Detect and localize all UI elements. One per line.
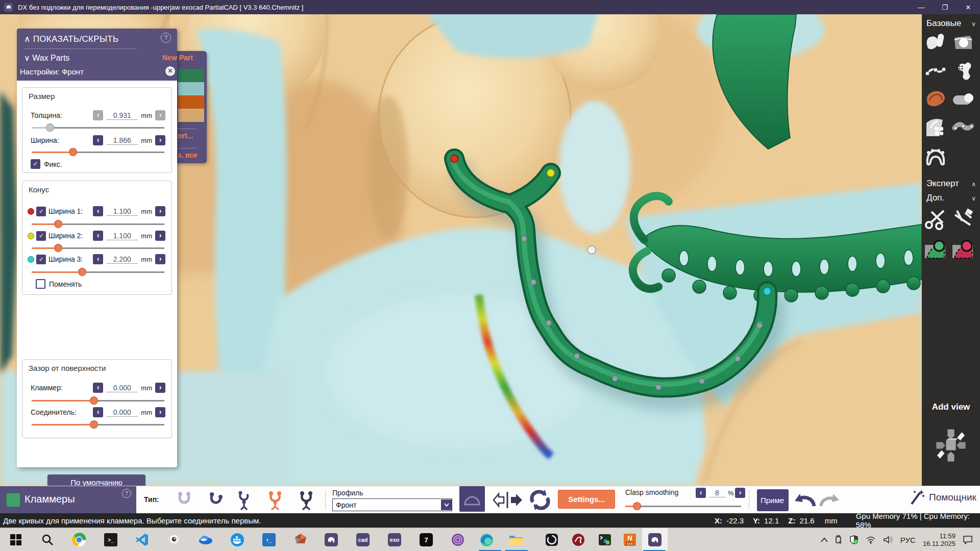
active-wax-color-swatch[interactable] xyxy=(6,493,20,507)
notification-center-icon[interactable] xyxy=(963,535,973,544)
cone3-increase-button[interactable]: › xyxy=(155,254,165,264)
smoothing-slider[interactable] xyxy=(625,502,741,510)
profile-dropdown[interactable]: Фронт xyxy=(332,498,452,511)
kali-dragon-icon[interactable] xyxy=(571,532,586,547)
waxup-tool-icon[interactable] xyxy=(924,87,947,110)
cone1-input[interactable]: 1.100 xyxy=(106,207,138,216)
obs-icon[interactable] xyxy=(544,532,559,547)
minimize-button[interactable]: — xyxy=(910,0,933,14)
partial-framework-tool-icon[interactable] xyxy=(951,59,975,83)
clock[interactable]: 11:59 16.11.2025 xyxy=(923,532,955,547)
exocad-tooth-icon[interactable] xyxy=(324,532,339,547)
volume-icon[interactable] xyxy=(883,536,893,544)
cut-tool-icon[interactable] xyxy=(924,207,947,231)
thickness-increase-button[interactable]: › xyxy=(155,110,165,120)
cone3-input[interactable]: 2.200 xyxy=(106,255,138,264)
free-control-point[interactable] xyxy=(587,246,596,254)
wax-parts-header[interactable]: ∨ Wax Parts xyxy=(24,53,69,63)
close-button[interactable]: ✕ xyxy=(957,0,980,14)
clasp-type-5-button[interactable] xyxy=(296,490,316,510)
smoothing-decrease-button[interactable]: ‹ xyxy=(696,488,706,498)
rhino7-icon[interactable]: 7 xyxy=(419,532,434,547)
gap-connector-decrease-button[interactable]: ‹ xyxy=(93,407,103,417)
blockout-tool-icon[interactable] xyxy=(951,31,975,54)
import-button[interactable]: ort... xyxy=(178,132,193,140)
refresh-icon[interactable] xyxy=(528,489,552,513)
clasp-red-tool-icon[interactable] xyxy=(951,239,975,262)
saucer-app-icon[interactable] xyxy=(198,532,213,547)
chrome-icon[interactable] xyxy=(71,532,87,547)
wax-color-swatch[interactable] xyxy=(178,109,204,122)
connector-curve-tool-icon[interactable] xyxy=(951,115,975,139)
chevron-up-icon[interactable]: ∧ xyxy=(971,181,976,188)
measure-tool-icon[interactable] xyxy=(951,207,975,231)
fixed-checkbox[interactable]: ✓ Фикс. xyxy=(31,159,62,169)
thickness-decrease-button[interactable]: ‹ xyxy=(93,110,103,120)
start-button[interactable] xyxy=(8,532,23,547)
chevron-down-icon[interactable]: ∨ xyxy=(971,195,976,202)
help-icon[interactable]: ? xyxy=(122,489,131,498)
help-icon[interactable]: ? xyxy=(161,33,171,43)
thickness-input[interactable]: 0.931 xyxy=(106,111,138,120)
exoplan-icon[interactable]: exo xyxy=(387,532,402,547)
width-slider[interactable] xyxy=(32,148,164,156)
extra-section-header[interactable]: Доп. xyxy=(926,193,944,203)
gap-clasp-slider[interactable] xyxy=(32,396,164,405)
powershell-icon[interactable]: ›_ xyxy=(261,532,277,547)
assistant-button[interactable]: Помощник xyxy=(910,489,976,506)
gimp-icon[interactable] xyxy=(166,532,182,547)
show-all-button[interactable]: з. все xyxy=(178,151,198,159)
clasp-type-1-button[interactable] xyxy=(174,490,194,510)
wax-color-swatch[interactable] xyxy=(178,95,204,109)
smoothing-input[interactable]: 8 xyxy=(708,489,726,497)
arch-tool-icon[interactable] xyxy=(924,146,947,169)
file-explorer-icon[interactable] xyxy=(508,532,524,547)
language-indicator[interactable]: РУС xyxy=(900,536,916,544)
cone3-checkbox[interactable]: ✓ xyxy=(36,255,46,264)
clasp-endpoint-cyan[interactable] xyxy=(764,288,771,295)
scan-tool-icon[interactable] xyxy=(924,31,947,54)
security-shield-icon[interactable] xyxy=(849,535,859,544)
usb-device-icon[interactable] xyxy=(835,535,842,544)
attachment-tool-icon[interactable] xyxy=(951,87,975,110)
chevron-down-icon[interactable]: ∨ xyxy=(971,20,976,28)
clasp-endpoint-yellow[interactable] xyxy=(547,169,555,177)
wax-color-swatch[interactable] xyxy=(178,82,204,95)
width-decrease-button[interactable]: ‹ xyxy=(93,135,103,145)
clasp-type-3-button[interactable] xyxy=(234,490,254,510)
swap-checkbox[interactable]: Поменять xyxy=(36,279,82,289)
new-part-button[interactable]: New Part xyxy=(162,54,193,62)
search-icon[interactable] xyxy=(40,532,55,547)
gap-connector-input[interactable]: 0.000 xyxy=(106,408,138,417)
curve-tool-icon[interactable] xyxy=(924,59,947,83)
clasp-type-4-button-selected[interactable] xyxy=(265,490,285,510)
apply-button[interactable]: Приме xyxy=(757,489,789,511)
cone3-decrease-button[interactable]: ‹ xyxy=(93,254,103,264)
cone1-increase-button[interactable]: › xyxy=(155,206,165,216)
cone1-decrease-button[interactable]: ‹ xyxy=(93,206,103,216)
view-navigation-cube[interactable] xyxy=(934,417,968,473)
tor-browser-icon[interactable] xyxy=(450,532,465,547)
expert-section-header[interactable]: Эксперт xyxy=(926,179,959,189)
show-hide-header[interactable]: ∧ ПОКАЗАТЬ/СКРЫТЬ xyxy=(24,34,118,44)
cone2-checkbox[interactable]: ✓ xyxy=(36,231,46,241)
gap-clasp-decrease-button[interactable]: ‹ xyxy=(93,383,103,393)
close-settings-icon[interactable]: ✕ xyxy=(165,66,175,76)
width-input[interactable]: 1.866 xyxy=(106,136,138,145)
cone2-slider[interactable] xyxy=(32,244,164,252)
edge-icon[interactable] xyxy=(479,532,494,547)
gap-clasp-increase-button[interactable]: › xyxy=(155,383,165,393)
gap-connector-increase-button[interactable]: › xyxy=(155,407,165,417)
clasp-type-2-button[interactable] xyxy=(205,490,226,510)
add-view-button[interactable]: Add view xyxy=(922,402,980,412)
settings-button[interactable]: Settings... xyxy=(558,490,615,509)
width-increase-button[interactable]: › xyxy=(155,135,165,145)
clasp-green-tool-icon[interactable] xyxy=(924,239,947,262)
meshlab-icon[interactable] xyxy=(293,532,308,547)
gap-connector-slider[interactable] xyxy=(32,420,164,429)
clasp-endpoint-red[interactable] xyxy=(451,155,458,163)
undo-icon[interactable] xyxy=(793,491,816,511)
terminal-puzzle-icon[interactable] xyxy=(597,532,612,547)
redo-icon[interactable] xyxy=(819,492,840,510)
thickness-slider[interactable] xyxy=(32,123,164,132)
